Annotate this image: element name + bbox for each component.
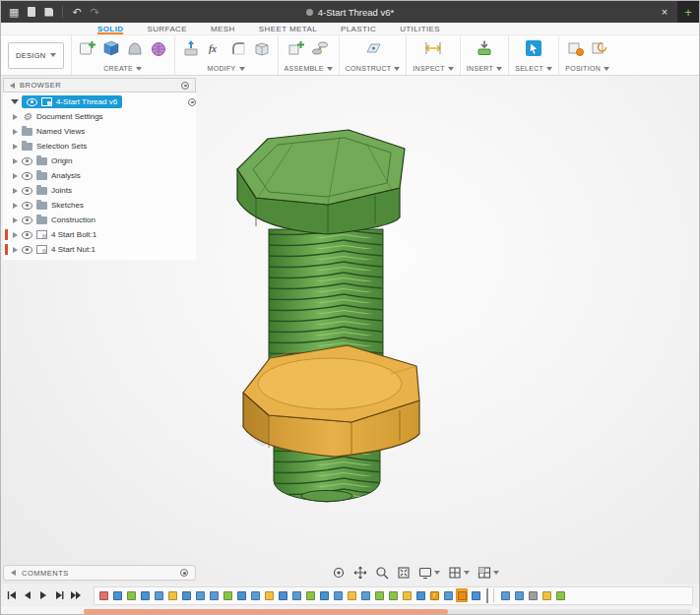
extrude-feature-icon[interactable]	[153, 588, 164, 602]
extrude-feature-icon[interactable]	[332, 588, 344, 602]
create-menu-button[interactable]: CREATE	[78, 65, 168, 73]
visibility-eye-icon[interactable]	[22, 172, 32, 180]
expander-icon[interactable]	[13, 114, 18, 120]
ribbon-tab[interactable]: SHEET METAL	[259, 23, 317, 34]
visibility-eye-icon[interactable]	[22, 231, 32, 239]
sketch-feature-icon[interactable]	[111, 588, 123, 602]
expander-icon[interactable]	[13, 173, 18, 179]
create-sketch-button[interactable]	[78, 38, 97, 58]
collapse-panel-icon[interactable]	[11, 570, 16, 576]
ribbon-tab[interactable]: SURFACE	[147, 23, 187, 34]
timeline-position-marker[interactable]	[486, 588, 488, 603]
change-parameters-button[interactable]: fx	[205, 38, 224, 58]
browser-header[interactable]: BROWSER	[3, 78, 196, 92]
ribbon-tab[interactable]: SOLID	[97, 23, 123, 34]
file-icon[interactable]	[28, 7, 35, 17]
display-settings-icon[interactable]	[418, 566, 440, 580]
sketch-feature-icon[interactable]	[180, 588, 192, 602]
timeline-strip[interactable]: !	[94, 586, 693, 605]
construct-menu-button[interactable]: CONSTRUCT	[346, 65, 401, 73]
revolve-feature-icon[interactable]	[208, 588, 220, 602]
timeline-scrollbar-thumb[interactable]	[84, 609, 448, 614]
rigid-group-feature-icon[interactable]	[527, 588, 539, 602]
visibility-eye-icon[interactable]	[22, 157, 32, 165]
create-extrude-button[interactable]	[101, 38, 121, 58]
expander-icon[interactable]	[13, 203, 18, 209]
active-component-chip[interactable]: 4-Start Thread v6	[22, 95, 122, 108]
expander-icon[interactable]	[13, 217, 18, 223]
go-to-start-button[interactable]	[7, 590, 17, 600]
inspect-menu-button[interactable]: INSPECT	[413, 65, 453, 73]
expander-icon[interactable]	[13, 188, 18, 194]
coil-feature-icon[interactable]	[304, 588, 316, 602]
sketch-feature-icon[interactable]	[414, 588, 426, 602]
coil-feature-icon[interactable]	[554, 588, 566, 602]
chamfer-feature-icon[interactable]	[346, 588, 357, 602]
grid-display-icon[interactable]	[448, 566, 470, 580]
position-menu-button[interactable]: POSITION	[565, 65, 609, 73]
ribbon-tab[interactable]: PLASTIC	[341, 23, 376, 34]
browser-item-4-start-bolt[interactable]: 4 Start Bolt:1	[3, 227, 196, 242]
expander-icon[interactable]	[13, 232, 18, 238]
browser-item-origin[interactable]: Origin	[3, 154, 196, 168]
browser-item-4-start-nut[interactable]: 4 Start Nut:1	[3, 242, 196, 257]
design-workspace-selector[interactable]: DESIGN	[8, 42, 64, 69]
expander-icon[interactable]	[13, 247, 18, 253]
sketch-feature-icon[interactable]	[470, 588, 481, 602]
warning-feature-icon[interactable]: !	[428, 588, 440, 602]
extrude-feature-icon[interactable]	[359, 588, 371, 602]
save-icon[interactable]	[44, 8, 53, 17]
sketch-feature-icon[interactable]	[277, 588, 288, 602]
panel-options-icon[interactable]	[181, 82, 189, 90]
expander-expanded-icon[interactable]	[11, 99, 19, 104]
expander-icon[interactable]	[13, 129, 18, 135]
create-form-button[interactable]	[149, 38, 168, 58]
new-tab-button[interactable]: +	[677, 1, 699, 23]
visibility-eye-icon[interactable]	[27, 98, 37, 106]
step-back-button[interactable]	[23, 590, 32, 600]
undo-icon[interactable]: ↶	[72, 7, 81, 18]
expander-icon[interactable]	[13, 158, 18, 164]
browser-root-item[interactable]: 4-Start Thread v6	[3, 94, 196, 109]
comments-bar[interactable]: COMMENTS	[3, 565, 196, 581]
play-button[interactable]	[38, 590, 48, 600]
insert-menu-button[interactable]: INSERT	[467, 65, 502, 73]
zoom-icon[interactable]	[375, 566, 389, 580]
activate-component-radio-icon[interactable]	[188, 98, 196, 106]
thread-feature-icon[interactable]	[456, 588, 468, 602]
revert-position-button[interactable]	[590, 38, 609, 58]
app-grid-icon[interactable]: ▦	[9, 7, 19, 18]
viewports-icon[interactable]	[477, 566, 499, 580]
browser-item-construction[interactable]: Construction	[3, 213, 196, 227]
extrude-feature-icon[interactable]	[290, 588, 302, 602]
coil-feature-icon[interactable]	[125, 588, 137, 602]
select-menu-button[interactable]: SELECT	[515, 65, 552, 73]
browser-item-named-views[interactable]: Named Views	[3, 124, 196, 139]
sketch-feature-icon[interactable]	[318, 588, 330, 602]
capture-position-button[interactable]	[566, 38, 586, 58]
browser-item-joints[interactable]: Joints	[3, 183, 196, 198]
coil-feature-icon[interactable]	[222, 588, 233, 602]
browser-item-sketches[interactable]: Sketches	[3, 198, 196, 213]
joint-button[interactable]	[310, 38, 330, 58]
go-to-end-button[interactable]	[70, 590, 82, 600]
chamfer-feature-icon[interactable]	[541, 588, 552, 602]
orbit-icon[interactable]	[332, 566, 346, 580]
sketch-feature-icon[interactable]	[235, 588, 247, 602]
component-feature-icon[interactable]	[97, 588, 109, 602]
close-document-button[interactable]: ×	[652, 1, 677, 23]
modify-menu-button[interactable]: MODIFY	[181, 65, 272, 73]
visibility-eye-icon[interactable]	[22, 202, 32, 210]
browser-item-analysis[interactable]: Analysis	[3, 168, 196, 183]
new-component-button[interactable]	[286, 38, 306, 58]
panel-options-icon[interactable]	[180, 569, 188, 577]
chamfer-feature-icon[interactable]	[401, 588, 413, 602]
browser-item-document-settings[interactable]: Document Settings	[3, 109, 196, 124]
chamfer-feature-icon[interactable]	[263, 588, 275, 602]
extrude-feature-icon[interactable]	[194, 588, 206, 602]
browser-item-selection-sets[interactable]: Selection Sets	[3, 139, 196, 154]
ribbon-tab[interactable]: UTILITIES	[400, 23, 440, 34]
step-forward-button[interactable]	[54, 590, 64, 600]
extrude-feature-icon[interactable]	[249, 588, 261, 602]
ribbon-tab[interactable]: MESH	[211, 23, 235, 34]
